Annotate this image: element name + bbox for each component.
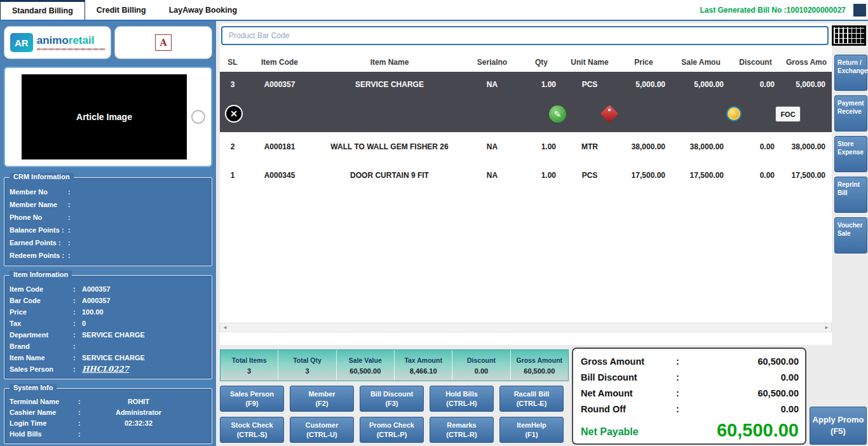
- store-logo-icon: A: [155, 34, 172, 51]
- tab-layaway-booking[interactable]: LayAway Booking: [158, 0, 248, 20]
- header-price: Price: [616, 58, 672, 67]
- horizontal-scrollbar[interactable]: ◄ ►: [220, 323, 832, 332]
- scroll-right-icon[interactable]: ►: [824, 325, 829, 330]
- keyboard-icon[interactable]: [832, 25, 866, 46]
- billing-main-area: SL Item Code Item Name Serialno Qty Unit…: [216, 21, 868, 446]
- store-logo: A: [114, 26, 212, 59]
- payment-receive-button[interactable]: Payment Receive: [834, 95, 867, 132]
- item-info-row: Bar CodeA000357: [10, 295, 207, 306]
- item-help-button[interactable]: ItemHelp(F1): [499, 417, 564, 443]
- cell-sl: 2: [220, 142, 245, 151]
- net-amount-row: Net Amount60,500.00: [581, 385, 799, 401]
- ar-logo-icon: AR: [10, 33, 33, 52]
- corner-square: [853, 4, 866, 17]
- crm-title: CRM Information: [10, 173, 74, 180]
- table-header: SL Item Code Item Name Serialno Qty Unit…: [220, 53, 832, 72]
- summary-tax-amount: Tax Amount 8,466.10: [395, 350, 452, 381]
- cell-discount: 0.00: [730, 142, 781, 151]
- bill-discount-row: Bill Discount0.00: [581, 369, 799, 385]
- crm-row: Balance Points :: [10, 224, 207, 236]
- scroll-left-icon[interactable]: ◄: [222, 325, 227, 330]
- promo-check-button[interactable]: Promo Check(CTRL-P): [360, 417, 424, 443]
- crm-row: Phone No: [10, 211, 207, 224]
- table-row-selected[interactable]: 3 A000357 SERVICE CHARGE NA 1.00 PCS 5,0…: [220, 72, 832, 132]
- function-button-row-1: Sales Person(F9) Member(F2) Bill Discoun…: [220, 386, 564, 412]
- cell-qty: 1.00: [519, 80, 564, 89]
- header-serialno: Serialno: [465, 58, 519, 67]
- header-sale-amount: Sale Amou: [672, 58, 730, 67]
- header-sl: SL: [220, 58, 245, 67]
- system-info-row: Login Time02:32:32: [10, 418, 207, 429]
- item-info-row: Price100.00: [10, 306, 207, 318]
- header-item-name: Item Name: [314, 58, 465, 67]
- cell-serialno: NA: [465, 80, 519, 89]
- cell-serialno: NA: [465, 142, 519, 151]
- item-info-row: Tax0: [10, 318, 207, 329]
- system-info-row: Hold Bills: [10, 429, 207, 440]
- tab-standard-billing[interactable]: Standard Billing: [0, 0, 85, 20]
- function-button-row-2: Stock Check(CTRL-S) Customer(CTRL-U) Pro…: [220, 417, 564, 443]
- item-info-row: Item NameSERVICE CHARGE: [10, 352, 207, 363]
- table-row[interactable]: 2 A000181 WALL TO WALL GEM FISHER 26 NA …: [220, 132, 832, 161]
- summary-discount: Discount 0.00: [452, 350, 510, 381]
- cell-qty: 1.00: [519, 171, 564, 180]
- sales-person-button[interactable]: Sales Person(F9): [220, 386, 284, 412]
- logo-tagline: [37, 48, 105, 50]
- cell-unit: MTR: [564, 142, 616, 151]
- remarks-button[interactable]: Remarks(CTRL-R): [430, 417, 494, 443]
- table-row[interactable]: 1 A000345 DOOR CURTAIN 9 FIT NA 1.00 PCS…: [220, 161, 832, 189]
- tab-credit-billing[interactable]: Credit Billing: [85, 0, 158, 20]
- cell-sale-amount: 17,500.00: [672, 171, 730, 180]
- system-info-row: Terminal NameROHIT: [10, 396, 207, 407]
- customer-button[interactable]: Customer(CTRL-U): [290, 417, 354, 443]
- cell-price: 38,000.00: [616, 142, 672, 151]
- return-exchange-button[interactable]: Return / Exchange: [834, 55, 867, 91]
- cell-item-name: WALL TO WALL GEM FISHER 26: [314, 142, 465, 151]
- cell-discount: 0.00: [730, 80, 781, 89]
- apply-promo-button[interactable]: Apply Promo (F5): [810, 407, 867, 445]
- article-image-panel: Article Image: [4, 67, 212, 167]
- item-information-panel: Item Information Item CodeA000357 Bar Co…: [4, 275, 212, 379]
- cell-sale-amount: 38,000.00: [672, 142, 730, 151]
- crm-row: Member No: [10, 186, 207, 198]
- summary-total-items: Total Items 3: [220, 350, 278, 381]
- net-payable-row: Net Payable 60,500.00: [581, 420, 799, 441]
- stock-check-button[interactable]: Stock Check(CTRL-S): [220, 417, 284, 443]
- foc-button[interactable]: FOC: [775, 106, 801, 122]
- header-qty: Qty: [519, 58, 564, 67]
- hold-bills-button[interactable]: Hold Bills(CTRL-H): [430, 386, 494, 412]
- item-info-row: Item CodeA000357: [10, 283, 207, 295]
- table-body: 3 A000357 SERVICE CHARGE NA 1.00 PCS 5,0…: [220, 72, 832, 189]
- cell-sale-amount: 5,000.00: [672, 80, 730, 89]
- header-item-code: Item Code: [245, 58, 314, 67]
- cell-gross-amount: 5,000.00: [781, 80, 832, 89]
- header-gross-amount: Gross Amo: [781, 58, 832, 67]
- home-button-circle: [191, 110, 205, 124]
- store-expense-button[interactable]: Store Expense: [834, 136, 867, 172]
- system-info-title: System Info: [10, 384, 57, 391]
- bill-discount-button[interactable]: Bill Discount(F3): [360, 386, 424, 412]
- cell-item-code: A000181: [245, 142, 314, 151]
- right-action-buttons: Return / Exchange Payment Receive Store …: [834, 55, 867, 253]
- promo-badge-icon[interactable]: [726, 106, 742, 121]
- cell-gross-amount: 38,000.00: [781, 142, 832, 151]
- cell-sl: 1: [220, 171, 245, 180]
- logo-word-animo: animo: [37, 34, 69, 46]
- remove-item-icon[interactable]: ✕: [225, 105, 243, 123]
- last-generated-bill-no: Last Generated Bill No :10010200000027: [700, 6, 853, 15]
- cell-gross-amount: 17,500.00: [781, 171, 832, 180]
- cell-discount: 0.00: [730, 171, 781, 180]
- recall-bill-button[interactable]: Racalll Bill(CTRL-E): [499, 386, 564, 412]
- discount-tag-icon[interactable]: [601, 105, 618, 122]
- reprint-bill-button[interactable]: Reprint Bill: [834, 177, 867, 213]
- barcode-input[interactable]: [221, 26, 829, 45]
- article-image: Article Image: [22, 74, 187, 159]
- member-button[interactable]: Member(F2): [290, 386, 354, 412]
- cell-price: 5,000.00: [616, 80, 672, 89]
- item-info-row: Sales PersonHHCL0227: [10, 363, 207, 375]
- summary-sale-value: Sale Value 60,500.00: [337, 350, 395, 381]
- voucher-sale-button[interactable]: Voucher Sale: [834, 217, 867, 253]
- crm-row: Earned Points :: [10, 236, 207, 249]
- system-info-panel: System Info Terminal NameROHIT Cashier N…: [4, 388, 212, 444]
- edit-item-icon[interactable]: ✎: [549, 105, 566, 123]
